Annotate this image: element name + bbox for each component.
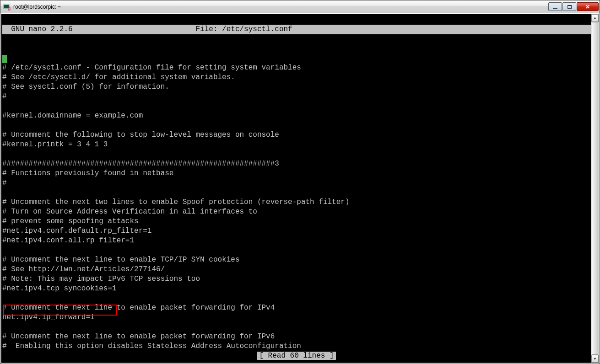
scroll-up-button[interactable]: ▲ bbox=[591, 14, 599, 22]
editor-line: ########################################… bbox=[2, 160, 279, 168]
nano-file-label: File: /etc/sysctl.conf bbox=[195, 25, 292, 33]
scroll-thumb[interactable] bbox=[592, 22, 598, 355]
editor-line: #net.ipv4.conf.all.rp_filter=1 bbox=[2, 236, 134, 245]
maximize-button[interactable] bbox=[562, 2, 576, 11]
terminal-surface[interactable]: GNU nano 2.2.6 File: /etc/sysctl.conf # … bbox=[1, 14, 591, 363]
editor-line: # Uncomment the next two lines to enable… bbox=[2, 198, 350, 206]
editor-line: # bbox=[2, 92, 7, 101]
nano-header: GNU nano 2.2.6 File: /etc/sysctl.conf bbox=[2, 25, 591, 34]
editor-line: # Uncomment the next line to enable pack… bbox=[2, 332, 275, 341]
terminal-container: GNU nano 2.2.6 File: /etc/sysctl.conf # … bbox=[1, 14, 599, 363]
editor-line: # See /etc/sysctl.d/ for additional syst… bbox=[2, 73, 235, 81]
minimize-button[interactable] bbox=[548, 2, 562, 11]
putty-window: root@lordscorpic: ~ ✕ GNU nano 2.2.6 Fil… bbox=[0, 0, 600, 364]
nano-status-message: [ Read 60 lines ] bbox=[257, 352, 335, 360]
nano-status-row: [ Read 60 lines ] bbox=[2, 351, 591, 361]
editor-line: # Turn on Source Address Verification in… bbox=[2, 208, 257, 216]
window-controls: ✕ bbox=[548, 2, 599, 11]
vertical-scrollbar[interactable]: ▲ ▼ bbox=[591, 14, 599, 363]
editor-line: # prevent some spoofing attacks bbox=[2, 217, 139, 225]
scroll-down-button[interactable]: ▼ bbox=[591, 355, 599, 363]
close-button[interactable]: ✕ bbox=[577, 2, 599, 11]
editor-line: #net.ipv4.conf.default.rp_filter=1 bbox=[2, 227, 151, 235]
editor-line: # See sysctl.conf (5) for information. bbox=[2, 83, 169, 91]
editor-line: net.ipv4.ip_forward=1 bbox=[2, 313, 95, 321]
editor-line: #kernel.printk = 3 4 1 3 bbox=[2, 140, 108, 149]
editor-line: # bbox=[2, 179, 7, 187]
putty-icon bbox=[3, 3, 11, 11]
editor-line: # Uncomment the next line to enable TCP/… bbox=[2, 256, 239, 264]
editor-line: # Enabling this option disables Stateles… bbox=[2, 342, 301, 350]
editor-line: #net.ipv4.tcp_syncookies=1 bbox=[2, 284, 117, 293]
editor-line: # See http://lwn.net/Articles/277146/ bbox=[2, 265, 165, 273]
editor-line: # Note: This may impact IPv6 TCP session… bbox=[2, 275, 200, 283]
editor-line: # Uncomment the following to stop low-le… bbox=[2, 131, 279, 139]
text-cursor bbox=[2, 55, 7, 63]
window-titlebar[interactable]: root@lordscorpic: ~ ✕ bbox=[0, 0, 600, 13]
window-title: root@lordscorpic: ~ bbox=[13, 4, 548, 10]
editor-line: # Uncomment the next line to enable pack… bbox=[2, 304, 275, 312]
svg-rect-2 bbox=[8, 8, 10, 10]
editor-line: # /etc/sysctl.conf - Configuration file … bbox=[2, 64, 301, 72]
editor-line: #kernel.domainname = example.com bbox=[2, 112, 143, 120]
svg-rect-1 bbox=[4, 5, 9, 8]
scroll-track[interactable] bbox=[591, 22, 599, 355]
editor-line: # Functions previously found in netbase bbox=[2, 169, 173, 177]
nano-version: GNU nano 2.2.6 bbox=[2, 25, 73, 33]
